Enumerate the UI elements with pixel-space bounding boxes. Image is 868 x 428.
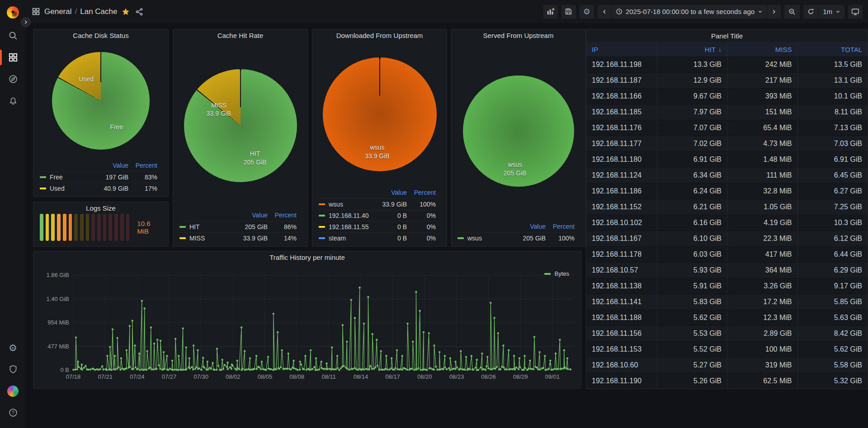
table-cell: 6.27 GiB [797,183,868,199]
table-column-header-total[interactable]: TOTAL [797,42,868,56]
sidebar-item-dashboards[interactable] [0,47,26,68]
traffic-data-point [566,357,568,359]
traffic-data-point [350,299,352,301]
cache-disk-legend: ValuePercentFree197 GiB83%Used40.9 GiB17… [33,160,168,197]
sidebar-item-server-admin[interactable] [0,358,26,380]
legend-header-value[interactable]: Value [502,223,546,230]
traffic-data-point [189,357,190,359]
pie-slice-label: Used [79,75,94,84]
traffic-data-point [536,367,538,368]
legend-percent: 83% [128,174,157,181]
traffic-history-plot[interactable]: 0 B477 MiB954 MiB1.40 GiB1.86 GiB07/1807… [33,263,581,386]
legend-series-label[interactable]: Free [40,174,85,181]
traffic-data-point [129,366,131,367]
zoom-out-time-button[interactable] [784,5,800,19]
panel-title[interactable]: Cache Hit Rate [173,29,307,42]
table-cell: 6.24 GiB [657,183,727,199]
legend-series-name: 192.168.11.55 [329,223,369,230]
breadcrumb-folder[interactable]: General [44,7,71,16]
traffic-data-point [368,368,370,370]
favorite-star-icon[interactable] [122,8,130,16]
table-cell: 192.168.11.152 [586,203,657,211]
panel-title[interactable]: Traffic History per minute [33,251,581,263]
traffic-data-point [224,364,226,366]
gauge-segment [46,214,49,241]
legend-header-value[interactable]: Value [224,212,268,219]
legend-swatch [319,203,325,205]
traffic-data-point [191,366,193,368]
traffic-data-point [256,368,258,370]
logs-size-value: 10.6 MiB [137,220,164,235]
traffic-data-point [515,367,517,368]
cycle-view-mode-button[interactable] [848,5,863,19]
panel-title[interactable]: Logs Size [33,202,168,214]
table-column-header-ip[interactable]: IP [586,46,657,53]
sidebar-item-configuration[interactable]: ⚙ [0,337,26,358]
traffic-data-point [509,368,511,370]
table-row: 192.168.11.1676.10 GiB22.3 MiB6.12 GiB [586,230,868,246]
time-range-picker[interactable]: 2025-07-18 00:00:00 to a few seconds ago [612,5,767,19]
table-row: 192.168.10.575.93 GiB364 MiB6.29 GiB [586,262,868,278]
legend-series-label[interactable]: MISS [179,235,224,242]
panel-title[interactable]: Panel Title [586,29,868,42]
traffic-data-point [182,327,184,329]
expand-sidebar-button[interactable] [21,17,31,27]
axis-tick-label: 07/21 [98,373,113,380]
legend-series-label[interactable]: 192.168.11.55 [319,223,363,230]
refresh-interval-dropdown[interactable]: 1m [819,5,844,19]
legend-series-label[interactable]: HIT [179,223,224,230]
legend-header-percent[interactable]: Percent [407,189,436,196]
time-shift-forward-button[interactable] [767,5,781,19]
refresh-button[interactable] [803,5,818,19]
sidebar-item-explore[interactable] [0,68,26,90]
legend-series-label[interactable]: wsus [319,201,363,208]
legend-series-label[interactable]: steam [319,235,363,242]
legend-percent: 0% [407,235,436,242]
legend-series-label[interactable]: Used [40,185,85,192]
panel-title[interactable]: Cache Disk Status [33,29,168,42]
dashboard-settings-button[interactable]: ⚙ [580,5,594,19]
sidebar-item-profile[interactable] [0,380,26,402]
sidebar-item-alerting[interactable] [0,90,26,112]
gauge-segment [80,214,84,241]
traffic-data-point [166,355,168,357]
gauge-segment [40,214,43,241]
table-cell: 6.10 GiB [657,231,727,246]
axis-tick-label: 08/29 [513,373,528,380]
traffic-data-point [464,369,466,371]
panel-title[interactable]: Served From Upstream [451,29,585,42]
legend-header-percent[interactable]: Percent [546,223,575,230]
time-shift-back-button[interactable] [598,5,611,19]
traffic-data-point [454,368,456,370]
legend-value: 0 B [363,235,407,242]
legend-series-label[interactable]: 192.168.11.40 [319,212,363,219]
table-column-header-hit[interactable]: HIT↓ [657,42,727,56]
share-dashboard-icon[interactable] [135,8,143,16]
panel-title[interactable]: Downloaded From Upstream [312,29,447,42]
legend-header-percent[interactable]: Percent [128,162,157,169]
save-dashboard-button[interactable] [561,5,576,19]
breadcrumb-dashboard[interactable]: Lan Cache [80,7,117,16]
add-panel-button[interactable] [543,5,558,19]
table-cell: 12.3 MiB [727,310,797,325]
traffic-data-point [419,310,421,312]
axis-tick-label: 08/08 [289,373,304,380]
sidebar-item-help[interactable]: ? [0,402,26,423]
table-cell: 192.168.11.186 [586,187,657,195]
table-row: 192.168.11.1885.62 GiB12.3 MiB5.63 GiB [586,310,868,325]
axis-tick-label: 07/18 [66,373,81,380]
table-column-header-miss[interactable]: MISS [727,42,797,56]
traffic-data-point [377,365,378,367]
legend-series-label[interactable]: wsus [458,235,502,242]
table-cell: 192.168.11.138 [586,282,657,290]
traffic-data-point [343,365,344,367]
legend-swatch [40,188,46,189]
table-row: 192.168.10.1026.16 GiB4.19 GiB10.3 GiB [586,215,868,230]
traffic-data-point [549,360,551,362]
sidebar-item-search[interactable] [0,25,26,47]
traffic-data-point [533,368,534,370]
traffic-legend-bytes[interactable]: Bytes [544,270,569,277]
legend-header-percent[interactable]: Percent [268,212,297,219]
legend-header-value[interactable]: Value [363,189,407,196]
legend-header-value[interactable]: Value [85,162,128,169]
